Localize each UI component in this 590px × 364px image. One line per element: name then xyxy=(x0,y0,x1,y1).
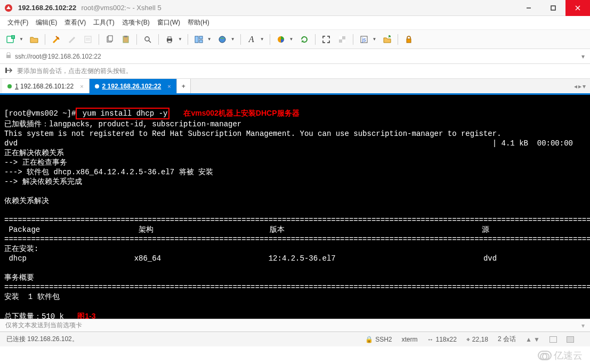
menu-file[interactable]: 文件(F) xyxy=(7,18,28,27)
tab-prev-icon[interactable]: ◂ xyxy=(574,83,577,90)
svg-rect-20 xyxy=(195,36,198,43)
separator xyxy=(270,34,270,45)
lock-icon[interactable] xyxy=(403,34,414,45)
tab-add-button[interactable]: + xyxy=(177,79,191,93)
maximize-button[interactable] xyxy=(541,0,565,16)
caret-icon[interactable]: ▼ xyxy=(231,37,235,42)
lock-tiny-icon: 🔒 xyxy=(365,336,373,343)
transparency-icon[interactable] xyxy=(337,34,347,45)
svg-rect-8 xyxy=(85,36,91,43)
status-cap-indicator xyxy=(549,336,557,343)
print-icon[interactable] xyxy=(164,34,175,45)
address-dropdown-icon[interactable]: ▾ xyxy=(581,53,585,60)
separator xyxy=(99,34,99,45)
separator xyxy=(158,34,159,45)
tab-list-icon[interactable]: ▾ xyxy=(583,83,586,90)
status-cursor: ⌖ 22,18 xyxy=(466,336,488,343)
status-termtype: xterm xyxy=(401,336,417,343)
terminal-line: ---> 软件包 dhcp.x86_64.12.4.2.5-36.el7 将被 … xyxy=(4,168,213,176)
status-connection: 已连接 192.168.26.102。 xyxy=(6,335,78,344)
caret-icon[interactable]: ▼ xyxy=(19,37,23,42)
caret-icon[interactable]: ▼ xyxy=(289,37,294,42)
terminal-line: 安装 1 软件包 xyxy=(4,293,60,301)
plus-icon: + xyxy=(182,83,185,90)
svg-rect-18 xyxy=(168,37,171,39)
caret-icon[interactable]: ▼ xyxy=(178,37,182,42)
menu-help[interactable]: 帮助(H) xyxy=(188,18,209,27)
lock-small-icon xyxy=(5,52,12,60)
layout-icon[interactable] xyxy=(193,34,204,45)
svg-point-23 xyxy=(219,36,225,43)
reconnect-icon[interactable] xyxy=(51,34,61,45)
menu-tools[interactable]: 工具(T) xyxy=(93,18,114,27)
refresh-icon[interactable] xyxy=(299,34,310,45)
status-size: ↔ 118x22 xyxy=(427,336,456,343)
svg-rect-27 xyxy=(342,39,345,43)
tab-session-2[interactable]: 2 192.168.26.102:22 × xyxy=(90,79,177,93)
globe-icon[interactable] xyxy=(217,34,228,45)
menu-window[interactable]: 窗口(W) xyxy=(157,18,180,27)
tab-label: 2 192.168.26.102:22 xyxy=(102,83,161,90)
new-session-icon[interactable]: + xyxy=(5,34,16,45)
svg-rect-30 xyxy=(407,39,411,43)
color-scheme-icon[interactable] xyxy=(276,34,286,45)
svg-rect-19 xyxy=(168,41,171,43)
properties-icon[interactable] xyxy=(83,34,93,45)
svg-text:+: + xyxy=(12,35,14,38)
menu-edit[interactable]: 编辑(E) xyxy=(36,18,57,27)
disconnect-icon[interactable] xyxy=(67,34,77,45)
tab-close-icon[interactable]: × xyxy=(80,83,83,90)
transfer-icon[interactable] xyxy=(382,34,392,45)
toolbar: +▼ ▼ ▼ ▼ A▼ ▼ js▼ xyxy=(0,30,590,49)
tab-label: 1 192.168.26.101:22 xyxy=(15,83,74,90)
svg-rect-14 xyxy=(124,36,127,37)
open-icon[interactable] xyxy=(29,34,39,45)
compose-dropdown-icon[interactable]: ▾ xyxy=(581,322,585,329)
svg-text:js: js xyxy=(361,37,366,43)
hint-text: 要添加当前会话，点击左侧的箭头按钮。 xyxy=(17,67,132,76)
svg-rect-31 xyxy=(6,55,11,58)
script-icon[interactable]: js xyxy=(359,34,369,45)
caret-icon[interactable]: ▼ xyxy=(260,37,264,42)
terminal[interactable]: [root@vms002 ~]# yum install dhcp -y在vms… xyxy=(0,95,590,319)
separator xyxy=(398,34,398,45)
paste-icon[interactable] xyxy=(120,34,131,45)
status-bar: 已连接 192.168.26.102。 🔒SSH2 xterm ↔ 118x22… xyxy=(0,331,590,346)
minimize-button[interactable] xyxy=(516,0,541,16)
table-row: dhcp x86_64 12:4.2.5-36.el7 dvd 510 k xyxy=(4,254,590,263)
terminal-line: dvd | 4.1 kB 00:00:00 xyxy=(4,139,573,148)
window-controls xyxy=(516,0,590,16)
tab-session-1[interactable]: 1 192.168.26.101:22 × xyxy=(2,79,90,93)
menu-tabs[interactable]: 选项卡(B) xyxy=(122,18,150,27)
table-header: Package 架构 版本 源 大小 xyxy=(4,225,590,234)
close-button[interactable] xyxy=(565,0,590,16)
status-updown-icon[interactable]: ▲ ▼ xyxy=(526,336,540,343)
svg-point-15 xyxy=(145,37,149,41)
fullscreen-icon[interactable] xyxy=(321,34,332,45)
terminal-line: 已加载插件：langpacks, product-id, subscriptio… xyxy=(4,120,241,128)
terminal-line: --> 解决依赖关系完成 xyxy=(4,177,82,186)
terminal-line: This system is not registered to Red Hat… xyxy=(4,130,502,138)
add-session-arrow-icon[interactable] xyxy=(5,67,14,76)
caret-icon[interactable]: ▼ xyxy=(207,37,212,42)
menu-view[interactable]: 查看(V) xyxy=(64,18,86,27)
separator xyxy=(353,34,353,45)
separator xyxy=(45,34,45,45)
figure-label: 图1-3 xyxy=(77,312,95,319)
find-icon[interactable] xyxy=(142,34,153,45)
app-icon xyxy=(4,4,13,12)
font-icon[interactable]: A xyxy=(246,34,257,45)
resize-icon: ↔ xyxy=(427,336,433,343)
caret-icon[interactable]: ▼ xyxy=(373,37,377,42)
title-bar: 192.168.26.102:22 root@vms002:~ - Xshell… xyxy=(0,0,590,16)
tab-next-icon[interactable]: ▸ xyxy=(578,83,581,90)
tab-nav: ◂ ▸ ▾ xyxy=(574,79,590,93)
cursor-icon: ⌖ xyxy=(466,336,470,343)
tab-close-icon[interactable]: × xyxy=(167,83,171,90)
address-text[interactable]: ssh://root@192.168.26.102:22 xyxy=(15,53,578,60)
copy-icon[interactable] xyxy=(104,34,115,45)
compose-bar[interactable]: 仅将文本发送到当前选项卡 ▾ xyxy=(0,319,590,331)
prompt: [root@vms002 ~]# xyxy=(4,109,76,118)
tab-bar: 1 192.168.26.101:22 × 2 192.168.26.102:2… xyxy=(0,79,590,95)
annotation-text: 在vms002机器上安装DHCP服务器 xyxy=(183,109,299,117)
